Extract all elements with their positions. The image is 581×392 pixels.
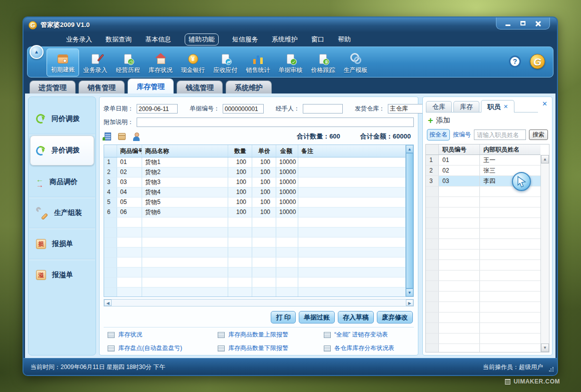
staff-row-empty[interactable]: [426, 208, 540, 218]
staff-row-empty[interactable]: [426, 228, 540, 239]
table-row-empty[interactable]: [104, 288, 405, 296]
link-warehouse-distribution[interactable]: 各仓库库存分布状况表: [324, 344, 414, 352]
search-button[interactable]: 搜索: [529, 130, 548, 140]
scrollbar-thumb[interactable]: [406, 153, 413, 288]
menu-item-business-entry[interactable]: 业务录入: [66, 35, 92, 44]
toolbar-item-initial-setup[interactable]: 初期建账: [47, 48, 79, 76]
toolbar-item-cash-bank[interactable]: ¥ 现金银行: [177, 48, 209, 76]
table-row[interactable]: 6 06 货物6 100 100 10000: [104, 208, 405, 218]
scroll-up-icon[interactable]: ▲: [406, 145, 413, 153]
link-stocktake[interactable]: 库存盘点(自动盘盈盘亏): [108, 344, 218, 352]
scroll-left-icon[interactable]: ◀: [104, 300, 112, 306]
warehouse-select-icon[interactable]: [105, 132, 111, 140]
date-input[interactable]: [137, 104, 178, 114]
staff-row-empty[interactable]: [426, 250, 540, 260]
link-inventory-status[interactable]: 库存状况: [108, 330, 218, 339]
staff-row-empty[interactable]: [426, 302, 540, 312]
table-row[interactable]: 3 03 货物3 100 100 10000: [104, 178, 405, 188]
staff-row-empty[interactable]: [426, 239, 540, 250]
close-button[interactable]: [531, 19, 544, 28]
table-row-empty[interactable]: [104, 218, 405, 228]
link-upper-limit-alert[interactable]: 库存商品数量上限报警: [218, 330, 324, 339]
tab-inventory-management[interactable]: 库存管理: [128, 78, 174, 94]
toolbar-item-inventory-status[interactable]: 库存状况: [144, 48, 177, 76]
staff-search-input[interactable]: [474, 130, 526, 140]
table-row-empty[interactable]: [104, 248, 405, 258]
toolbar-item-business-entry[interactable]: 业务录入: [79, 48, 112, 76]
staff-row-empty[interactable]: [426, 218, 540, 228]
scroll-right-icon[interactable]: ▶: [406, 300, 413, 306]
staff-select-icon[interactable]: [133, 132, 140, 141]
tab-cashflow-management[interactable]: 钱流管理: [177, 80, 223, 94]
sidebar-item-same-price-transfer[interactable]: 同价调拨: [29, 104, 95, 134]
print-button[interactable]: 打 印: [271, 311, 296, 324]
link-allround-change-report[interactable]: “全能” 进销存变动表: [324, 330, 414, 339]
horizontal-scrollbar[interactable]: ◀ ▶: [104, 299, 414, 306]
menu-item-sms-service[interactable]: 短信服务: [232, 35, 258, 44]
staff-row[interactable]: 1 01 王一: [426, 155, 540, 166]
sidebar-item-diff-price-transfer[interactable]: 异价调拨: [30, 136, 94, 166]
discard-changes-button[interactable]: 废弃修改: [377, 311, 413, 324]
staff-row-empty[interactable]: [426, 197, 540, 208]
link-lower-limit-alert[interactable]: 库存商品数量下限报警: [218, 344, 324, 352]
scroll-up-icon[interactable]: ▲: [541, 155, 549, 164]
post-document-button[interactable]: 单据过账: [299, 311, 335, 324]
table-row[interactable]: 4 04 货物4 100 100 10000: [104, 188, 405, 198]
goods-select-icon[interactable]: [118, 133, 126, 140]
table-row[interactable]: 1 01 货物1 100 100 10000: [104, 158, 405, 168]
staff-row-empty[interactable]: [426, 292, 540, 302]
staff-row-empty[interactable]: [426, 270, 540, 281]
table-row[interactable]: 5 05 货物5 100 100 10000: [104, 198, 405, 208]
lookup-tab-inventory[interactable]: 库存: [453, 101, 479, 112]
doc-no-input[interactable]: [223, 104, 264, 114]
staff-row-empty[interactable]: [426, 260, 540, 270]
table-row-empty[interactable]: [104, 268, 405, 278]
note-input[interactable]: [137, 118, 414, 127]
sidebar-item-production-assembly[interactable]: 生产组装: [29, 198, 95, 228]
table-row-empty[interactable]: [104, 238, 405, 248]
menu-item-aux-functions[interactable]: 辅助功能: [185, 34, 219, 46]
staff-row-empty[interactable]: [426, 344, 540, 352]
filter-by-code-toggle[interactable]: 按编号: [453, 130, 471, 139]
panel-close-icon[interactable]: ✕: [542, 100, 547, 108]
help-icon[interactable]: ?: [509, 56, 521, 68]
scroll-down-icon[interactable]: ▼: [406, 288, 413, 296]
menu-item-data-query[interactable]: 数据查询: [106, 35, 132, 44]
add-staff-button[interactable]: + 添加: [428, 116, 450, 125]
menu-item-window[interactable]: 窗口: [311, 35, 324, 44]
staff-row-empty[interactable]: [426, 334, 540, 344]
filter-by-name-toggle[interactable]: 按全名: [427, 129, 450, 140]
staff-row-empty[interactable]: [426, 323, 540, 334]
table-row-empty[interactable]: [104, 278, 405, 288]
resize-grip-icon[interactable]: [549, 367, 554, 372]
table-row-empty[interactable]: [104, 228, 405, 238]
collapse-toolbar-button[interactable]: ▲: [30, 45, 44, 59]
minimize-button[interactable]: [501, 19, 514, 28]
lookup-tab-staff[interactable]: 职员✕: [481, 100, 514, 112]
toolbar-item-sales-statistics[interactable]: 销售统计: [242, 48, 274, 76]
sidebar-item-loss-report[interactable]: 损 报损单: [29, 228, 95, 260]
staff-row-empty[interactable]: [426, 312, 540, 323]
save-draft-button[interactable]: 存入草稿: [338, 311, 374, 324]
lookup-tab-warehouse[interactable]: 仓库: [426, 101, 452, 112]
menu-item-help[interactable]: 帮助: [338, 35, 351, 44]
scroll-down-icon[interactable]: ▼: [541, 344, 549, 352]
toolbar-item-production-template[interactable]: 生产模板: [339, 48, 372, 76]
tab-sales-management[interactable]: 销售管理: [79, 80, 125, 94]
staff-row-empty[interactable]: [426, 281, 540, 292]
tab-system-maintenance[interactable]: 系统维护: [226, 80, 272, 94]
toolbar-item-document-audit[interactable]: ✓ 单据审核: [274, 48, 307, 76]
maximize-button[interactable]: [516, 19, 529, 28]
menu-item-system-maintenance[interactable]: 系统维护: [272, 35, 298, 44]
tab-purchase-management[interactable]: 进货管理: [30, 80, 76, 94]
sidebar-item-overflow-report[interactable]: 溢 报溢单: [29, 260, 95, 290]
table-row-empty[interactable]: [104, 258, 405, 268]
tab-close-icon[interactable]: ✕: [503, 102, 508, 112]
menu-item-basic-info[interactable]: 基本信息: [145, 35, 171, 44]
sidebar-item-goods-repricing[interactable]: ←→ 商品调价: [29, 166, 95, 198]
table-row[interactable]: 2 02 货物2 100 100 10000: [104, 168, 405, 178]
toolbar-item-price-tracking[interactable]: ⇅ 价格跟踪: [307, 48, 339, 76]
handler-input[interactable]: [303, 104, 343, 114]
toolbar-item-receivable-payable[interactable]: ⇄ 应收应付: [209, 48, 242, 76]
toolbar-item-business-history[interactable]: ◷ 经营历程: [112, 48, 144, 76]
